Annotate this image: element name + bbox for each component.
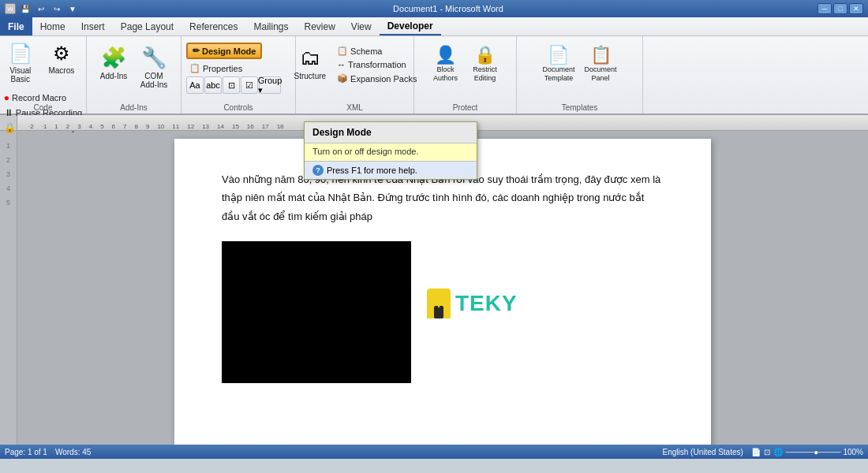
document-panel-btn[interactable]: 📋 DocumentPanel — [581, 43, 621, 85]
teky-brand-text: TEKY — [455, 291, 518, 316]
menu-home[interactable]: Home — [32, 17, 73, 35]
properties-icon: 📋 — [189, 63, 200, 73]
doc-template-icon: 📄 — [548, 45, 569, 65]
tooltip-help: ? Press F1 for more help. — [305, 161, 477, 179]
xml-group-content: 🗂 Structure 📋 Schema ↔ Transformation 📦 … — [290, 39, 421, 114]
ctrl-group-btn[interactable]: Group ▾ — [259, 76, 281, 94]
structure-icon: 🗂 — [300, 46, 320, 70]
structure-btn[interactable]: 🗂 Structure — [290, 43, 331, 84]
add-ins-btn[interactable]: 🧩 Add-Ins — [94, 43, 133, 84]
visual-basic-btn[interactable]: 📄 VisualBasic — [1, 39, 40, 87]
close-btn[interactable]: ✕ — [849, 3, 863, 14]
window-controls: ─ □ ✕ — [817, 3, 863, 14]
menu-bar: File Home Insert Page Layout References … — [0, 17, 868, 36]
zoom-slider[interactable]: ─────●──── 100% — [786, 448, 863, 456]
protect-group-label: Protect — [414, 103, 516, 112]
view-web-btn[interactable]: 🌐 — [773, 448, 783, 456]
view-print-btn[interactable]: 📄 — [751, 448, 761, 456]
window-title: Document1 - Microsoft Word — [79, 4, 817, 13]
com-addins-icon: 🔧 — [141, 46, 166, 70]
embedded-media[interactable] — [222, 241, 411, 383]
restrict-editing-btn[interactable]: 🔒 RestrictEditing — [466, 43, 504, 85]
word-icon: W — [5, 3, 16, 14]
schema-btn[interactable]: 📋 Schema — [334, 44, 420, 58]
title-bar: W 💾 ↩ ↪ ▼ Document1 - Microsoft Word ─ □… — [0, 0, 868, 17]
controls-group-label: Controls — [181, 103, 295, 112]
language-info: English (United States) — [663, 448, 743, 456]
ribbon-group-protect: 👤 BlockAuthors 🔒 RestrictEditing Protect — [414, 36, 517, 114]
macros-btn[interactable]: ⚙ Macros — [42, 39, 81, 87]
menu-mailings[interactable]: Mailings — [245, 17, 296, 35]
addins-icon: 🧩 — [101, 46, 126, 70]
design-mode-tooltip: Design Mode Turn on or off design mode. … — [304, 121, 477, 180]
design-mode-icon: ✏ — [193, 46, 200, 56]
macros-icon: ⚙ — [53, 43, 70, 65]
ribbon-group-templates: 📄 DocumentTemplate 📋 DocumentPanel Templ… — [517, 36, 643, 114]
menu-references[interactable]: References — [181, 17, 245, 35]
word-count: Words: 45 — [55, 448, 91, 456]
minimize-btn[interactable]: ─ — [817, 3, 832, 14]
ribbon-group-xml: 🗂 Structure 📋 Schema ↔ Transformation 📦 … — [296, 36, 414, 114]
ribbon-group-controls: ✏ Design Mode 📋 Properties Aа abc ⊡ ☑ Gr… — [181, 36, 296, 114]
controls-group-content: ✏ Design Mode 📋 Properties Aа abc ⊡ ☑ Gr… — [186, 39, 290, 114]
record-icon: ● — [4, 92, 9, 103]
com-add-ins-btn[interactable]: 🔧 COMAdd-Ins — [134, 43, 174, 92]
templates-group-label: Templates — [517, 103, 642, 112]
restrict-editing-icon: 🔒 — [474, 45, 496, 65]
ribbon-group-addins: 🧩 Add-Ins 🔧 COMAdd-Ins Add-Ins — [87, 36, 181, 114]
xml-group-label: XML — [296, 103, 413, 112]
templates-group-content: 📄 DocumentTemplate 📋 DocumentPanel — [538, 39, 620, 96]
tooltip-help-text: Press F1 for more help. — [327, 166, 417, 175]
help-icon: ? — [312, 165, 324, 176]
view-fullscreen-btn[interactable]: ⊡ — [764, 448, 770, 456]
protect-group-content: 👤 BlockAuthors 🔒 RestrictEditing — [427, 39, 504, 96]
redo-quick-btn[interactable]: ↪ — [51, 2, 63, 15]
word-document: Vào những năm 80, 90, nền kinh tế của Nh… — [174, 139, 711, 445]
ctrl-ab-btn[interactable]: Aа — [186, 76, 204, 94]
maximize-btn[interactable]: □ — [833, 3, 847, 14]
save-quick-btn[interactable]: 💾 — [19, 2, 32, 15]
addins-group-content: 🧩 Add-Ins 🔧 COMAdd-Ins — [94, 39, 174, 114]
status-bar: Page: 1 of 1 Words: 45 English (United S… — [0, 445, 868, 459]
menu-file[interactable]: File — [0, 17, 32, 35]
security-icon: 🔒 — [4, 122, 16, 133]
code-group-label: Code — [0, 103, 86, 112]
undo-quick-btn[interactable]: ↩ — [35, 2, 47, 15]
left-panel: 12345 — [0, 131, 17, 445]
addins-group-label: Add-Ins — [87, 103, 181, 112]
title-bar-left: W 💾 ↩ ↪ ▼ — [5, 2, 79, 15]
design-mode-btn[interactable]: ✏ Design Mode — [186, 43, 262, 59]
menu-review[interactable]: Review — [296, 17, 342, 35]
properties-btn[interactable]: 📋 Properties — [186, 61, 245, 75]
doc-panel-icon: 📋 — [590, 45, 612, 65]
document-template-btn[interactable]: 📄 DocumentTemplate — [538, 43, 578, 85]
customize-quick-btn[interactable]: ▼ — [66, 2, 79, 15]
ctrl-abc-btn[interactable]: abc — [204, 76, 222, 94]
ctrl-cb-btn[interactable]: ☑ — [241, 76, 258, 94]
tooltip-title: Design Mode — [305, 122, 477, 143]
block-authors-icon: 👤 — [435, 45, 456, 65]
xml-small-btns: 📋 Schema ↔ Transformation 📦 Expansion Pa… — [334, 43, 420, 96]
expansion-icon: 📦 — [337, 73, 348, 84]
block-authors-btn[interactable]: 👤 BlockAuthors — [427, 43, 465, 85]
schema-icon: 📋 — [337, 46, 348, 56]
ctrl-btn-btn[interactable]: ⊡ — [223, 76, 240, 94]
ribbon-group-code: 📄 VisualBasic ⚙ Macros ● Record Macro ⏸ … — [0, 36, 87, 114]
menu-developer[interactable]: Developer — [380, 17, 441, 35]
tooltip-description: Turn on or off design mode. — [305, 143, 477, 161]
menu-page-layout[interactable]: Page Layout — [113, 17, 181, 35]
teky-icon-shape: T — [427, 289, 451, 318]
page-info: Page: 1 of 1 — [5, 448, 47, 456]
visual-basic-icon: 📄 — [9, 43, 32, 65]
transformation-icon: ↔ — [337, 60, 346, 69]
teky-logo: T TEKY — [427, 289, 518, 318]
controls-icons: Aа abc ⊡ ☑ Group ▾ — [186, 76, 281, 94]
transformation-btn[interactable]: ↔ Transformation — [334, 58, 420, 71]
ribbon: 📄 VisualBasic ⚙ Macros ● Record Macro ⏸ … — [0, 36, 868, 115]
expansion-packs-btn[interactable]: 📦 Expansion Packs — [334, 72, 420, 85]
menu-view[interactable]: View — [343, 17, 380, 35]
menu-insert[interactable]: Insert — [73, 17, 113, 35]
